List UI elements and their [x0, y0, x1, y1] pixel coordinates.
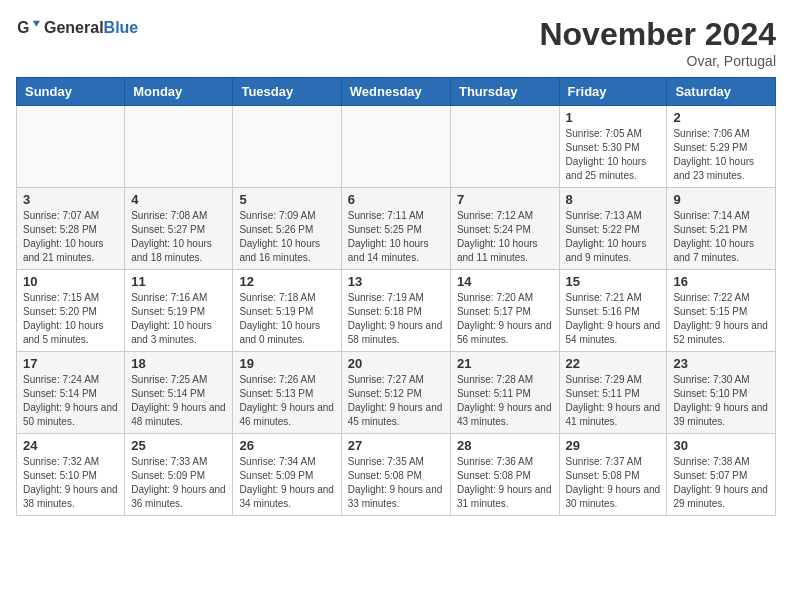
day-number: 26 [239, 438, 334, 453]
day-number: 16 [673, 274, 769, 289]
table-row: 19Sunrise: 7:26 AMSunset: 5:13 PMDayligh… [233, 352, 341, 434]
table-row: 7Sunrise: 7:12 AMSunset: 5:24 PMDaylight… [450, 188, 559, 270]
day-info: Sunrise: 7:28 AMSunset: 5:11 PMDaylight:… [457, 373, 553, 429]
header-friday: Friday [559, 78, 667, 106]
svg-marker-1 [33, 21, 40, 27]
table-row: 9Sunrise: 7:14 AMSunset: 5:21 PMDaylight… [667, 188, 776, 270]
table-row: 14Sunrise: 7:20 AMSunset: 5:17 PMDayligh… [450, 270, 559, 352]
table-row [341, 106, 450, 188]
page-header: G GeneralBlue November 2024 Ovar, Portug… [16, 16, 776, 69]
day-number: 23 [673, 356, 769, 371]
table-row: 8Sunrise: 7:13 AMSunset: 5:22 PMDaylight… [559, 188, 667, 270]
calendar-week-2: 3Sunrise: 7:07 AMSunset: 5:28 PMDaylight… [17, 188, 776, 270]
day-number: 12 [239, 274, 334, 289]
table-row: 25Sunrise: 7:33 AMSunset: 5:09 PMDayligh… [125, 434, 233, 516]
table-row: 2Sunrise: 7:06 AMSunset: 5:29 PMDaylight… [667, 106, 776, 188]
table-row: 23Sunrise: 7:30 AMSunset: 5:10 PMDayligh… [667, 352, 776, 434]
table-row: 30Sunrise: 7:38 AMSunset: 5:07 PMDayligh… [667, 434, 776, 516]
day-number: 24 [23, 438, 118, 453]
day-info: Sunrise: 7:08 AMSunset: 5:27 PMDaylight:… [131, 209, 226, 265]
table-row: 11Sunrise: 7:16 AMSunset: 5:19 PMDayligh… [125, 270, 233, 352]
header-saturday: Saturday [667, 78, 776, 106]
day-info: Sunrise: 7:14 AMSunset: 5:21 PMDaylight:… [673, 209, 769, 265]
table-row: 28Sunrise: 7:36 AMSunset: 5:08 PMDayligh… [450, 434, 559, 516]
day-info: Sunrise: 7:32 AMSunset: 5:10 PMDaylight:… [23, 455, 118, 511]
calendar-week-3: 10Sunrise: 7:15 AMSunset: 5:20 PMDayligh… [17, 270, 776, 352]
day-number: 5 [239, 192, 334, 207]
day-number: 7 [457, 192, 553, 207]
day-info: Sunrise: 7:21 AMSunset: 5:16 PMDaylight:… [566, 291, 661, 347]
day-number: 13 [348, 274, 444, 289]
table-row: 24Sunrise: 7:32 AMSunset: 5:10 PMDayligh… [17, 434, 125, 516]
day-number: 14 [457, 274, 553, 289]
day-number: 28 [457, 438, 553, 453]
day-number: 21 [457, 356, 553, 371]
day-number: 17 [23, 356, 118, 371]
table-row: 13Sunrise: 7:19 AMSunset: 5:18 PMDayligh… [341, 270, 450, 352]
table-row: 15Sunrise: 7:21 AMSunset: 5:16 PMDayligh… [559, 270, 667, 352]
table-row: 22Sunrise: 7:29 AMSunset: 5:11 PMDayligh… [559, 352, 667, 434]
day-info: Sunrise: 7:09 AMSunset: 5:26 PMDaylight:… [239, 209, 334, 265]
logo: G GeneralBlue [16, 16, 138, 40]
day-number: 25 [131, 438, 226, 453]
header-thursday: Thursday [450, 78, 559, 106]
calendar-week-4: 17Sunrise: 7:24 AMSunset: 5:14 PMDayligh… [17, 352, 776, 434]
header-sunday: Sunday [17, 78, 125, 106]
day-info: Sunrise: 7:37 AMSunset: 5:08 PMDaylight:… [566, 455, 661, 511]
day-info: Sunrise: 7:25 AMSunset: 5:14 PMDaylight:… [131, 373, 226, 429]
month-title: November 2024 [539, 16, 776, 53]
day-number: 11 [131, 274, 226, 289]
day-number: 9 [673, 192, 769, 207]
day-info: Sunrise: 7:33 AMSunset: 5:09 PMDaylight:… [131, 455, 226, 511]
table-row [450, 106, 559, 188]
day-number: 6 [348, 192, 444, 207]
table-row: 5Sunrise: 7:09 AMSunset: 5:26 PMDaylight… [233, 188, 341, 270]
table-row: 16Sunrise: 7:22 AMSunset: 5:15 PMDayligh… [667, 270, 776, 352]
day-info: Sunrise: 7:13 AMSunset: 5:22 PMDaylight:… [566, 209, 661, 265]
day-info: Sunrise: 7:35 AMSunset: 5:08 PMDaylight:… [348, 455, 444, 511]
table-row: 26Sunrise: 7:34 AMSunset: 5:09 PMDayligh… [233, 434, 341, 516]
day-info: Sunrise: 7:20 AMSunset: 5:17 PMDaylight:… [457, 291, 553, 347]
day-number: 20 [348, 356, 444, 371]
day-number: 29 [566, 438, 661, 453]
day-info: Sunrise: 7:18 AMSunset: 5:19 PMDaylight:… [239, 291, 334, 347]
table-row: 10Sunrise: 7:15 AMSunset: 5:20 PMDayligh… [17, 270, 125, 352]
calendar-week-1: 1Sunrise: 7:05 AMSunset: 5:30 PMDaylight… [17, 106, 776, 188]
logo-icon: G [16, 16, 40, 40]
day-info: Sunrise: 7:26 AMSunset: 5:13 PMDaylight:… [239, 373, 334, 429]
day-info: Sunrise: 7:30 AMSunset: 5:10 PMDaylight:… [673, 373, 769, 429]
table-row: 29Sunrise: 7:37 AMSunset: 5:08 PMDayligh… [559, 434, 667, 516]
day-number: 30 [673, 438, 769, 453]
table-row: 17Sunrise: 7:24 AMSunset: 5:14 PMDayligh… [17, 352, 125, 434]
calendar: Sunday Monday Tuesday Wednesday Thursday… [16, 77, 776, 516]
table-row: 27Sunrise: 7:35 AMSunset: 5:08 PMDayligh… [341, 434, 450, 516]
table-row: 18Sunrise: 7:25 AMSunset: 5:14 PMDayligh… [125, 352, 233, 434]
calendar-week-5: 24Sunrise: 7:32 AMSunset: 5:10 PMDayligh… [17, 434, 776, 516]
day-number: 18 [131, 356, 226, 371]
table-row [17, 106, 125, 188]
day-number: 4 [131, 192, 226, 207]
day-info: Sunrise: 7:36 AMSunset: 5:08 PMDaylight:… [457, 455, 553, 511]
day-info: Sunrise: 7:22 AMSunset: 5:15 PMDaylight:… [673, 291, 769, 347]
day-info: Sunrise: 7:24 AMSunset: 5:14 PMDaylight:… [23, 373, 118, 429]
day-number: 27 [348, 438, 444, 453]
day-number: 8 [566, 192, 661, 207]
table-row: 12Sunrise: 7:18 AMSunset: 5:19 PMDayligh… [233, 270, 341, 352]
table-row [233, 106, 341, 188]
day-number: 10 [23, 274, 118, 289]
header-wednesday: Wednesday [341, 78, 450, 106]
table-row: 1Sunrise: 7:05 AMSunset: 5:30 PMDaylight… [559, 106, 667, 188]
day-info: Sunrise: 7:27 AMSunset: 5:12 PMDaylight:… [348, 373, 444, 429]
logo-general: GeneralBlue [44, 19, 138, 37]
day-number: 15 [566, 274, 661, 289]
table-row [125, 106, 233, 188]
day-number: 1 [566, 110, 661, 125]
day-info: Sunrise: 7:15 AMSunset: 5:20 PMDaylight:… [23, 291, 118, 347]
location: Ovar, Portugal [539, 53, 776, 69]
table-row: 20Sunrise: 7:27 AMSunset: 5:12 PMDayligh… [341, 352, 450, 434]
day-number: 22 [566, 356, 661, 371]
header-tuesday: Tuesday [233, 78, 341, 106]
day-info: Sunrise: 7:07 AMSunset: 5:28 PMDaylight:… [23, 209, 118, 265]
day-info: Sunrise: 7:05 AMSunset: 5:30 PMDaylight:… [566, 127, 661, 183]
day-info: Sunrise: 7:06 AMSunset: 5:29 PMDaylight:… [673, 127, 769, 183]
